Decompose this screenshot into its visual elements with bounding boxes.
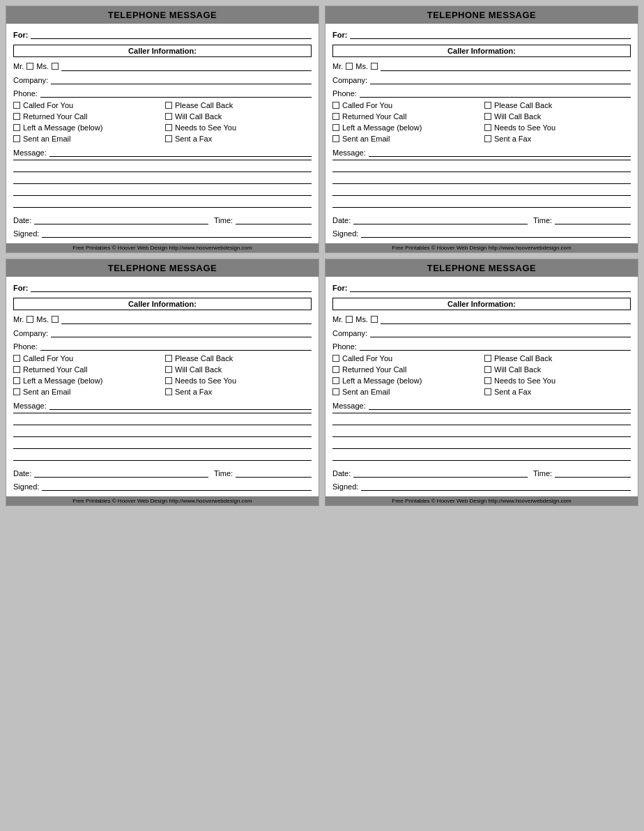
msg-line-1-4[interactable] [332, 413, 631, 413]
date-input-3[interactable] [34, 468, 208, 478]
signed-input-4[interactable] [361, 481, 631, 491]
checkbox-1-0[interactable] [13, 102, 20, 109]
checkbox-2-2[interactable] [332, 113, 339, 120]
name-input-4[interactable] [381, 314, 631, 324]
msg-line-5-4[interactable] [332, 460, 631, 461]
msg-line-5-2[interactable] [332, 207, 631, 208]
checkbox-2-3[interactable] [484, 113, 491, 120]
checkbox-4-7[interactable] [484, 388, 491, 395]
checkbox-label-4-7: Sent a Fax [494, 388, 531, 396]
mr-checkbox-1[interactable] [26, 63, 33, 70]
ms-checkbox-3[interactable] [52, 316, 59, 323]
company-label-4: Company: [332, 329, 367, 337]
mr-checkbox-4[interactable] [346, 316, 353, 323]
message-input-4[interactable] [369, 400, 631, 410]
msg-line-2-4[interactable] [332, 425, 631, 425]
checkbox-3-0[interactable] [13, 355, 20, 362]
msg-line-5-1[interactable] [13, 207, 312, 208]
checkbox-4-3[interactable] [484, 366, 491, 373]
checkbox-1-4[interactable] [13, 124, 20, 131]
checkbox-1-3[interactable] [165, 113, 172, 120]
checkbox-3-3[interactable] [165, 366, 172, 373]
checkbox-2-7[interactable] [484, 135, 491, 142]
checkbox-4-5[interactable] [484, 377, 491, 384]
company-input-4[interactable] [370, 328, 631, 337]
signed-row-4: Signed: [332, 481, 631, 491]
date-input-1[interactable] [34, 215, 208, 224]
checkbox-3-2[interactable] [13, 366, 20, 373]
ms-checkbox-1[interactable] [52, 63, 59, 70]
date-input-4[interactable] [353, 468, 528, 478]
phone-input-4[interactable] [360, 341, 631, 351]
msg-line-4-1[interactable] [13, 195, 312, 196]
checkbox-3-7[interactable] [165, 388, 172, 395]
for-input-3[interactable] [31, 282, 312, 292]
checkbox-label-3-0: Called For You [23, 354, 73, 363]
msg-line-3-2[interactable] [332, 183, 631, 184]
date-part-2: Date: [332, 215, 528, 224]
phone-input-3[interactable] [40, 341, 312, 351]
name-input-1[interactable] [61, 61, 312, 71]
time-input-2[interactable] [555, 215, 631, 224]
phone-input-1[interactable] [40, 88, 312, 98]
checkbox-1-2[interactable] [13, 113, 20, 120]
msg-line-4-4[interactable] [332, 448, 631, 449]
name-input-2[interactable] [381, 61, 631, 71]
for-input-4[interactable] [350, 282, 631, 292]
name-input-3[interactable] [61, 314, 312, 324]
date-input-2[interactable] [353, 215, 528, 224]
ms-checkbox-2[interactable] [371, 63, 378, 70]
msg-line-3-3[interactable] [13, 436, 312, 437]
message-input-3[interactable] [49, 400, 312, 410]
msg-line-2-3[interactable] [13, 425, 312, 425]
checkbox-3-1[interactable] [165, 355, 172, 362]
mr-checkbox-2[interactable] [346, 63, 353, 70]
checkbox-4-6[interactable] [332, 388, 339, 395]
checkbox-1-7[interactable] [165, 135, 172, 142]
checkbox-3-4[interactable] [13, 377, 20, 384]
msg-line-3-4[interactable] [332, 436, 631, 437]
checkbox-4-2[interactable] [332, 366, 339, 373]
msg-line-4-3[interactable] [13, 448, 312, 449]
checkbox-4-4[interactable] [332, 377, 339, 384]
checkbox-2-6[interactable] [332, 135, 339, 142]
checkbox-2-4[interactable] [332, 124, 339, 131]
msg-line-2-1[interactable] [13, 171, 312, 172]
msg-line-4-2[interactable] [332, 195, 631, 196]
time-input-3[interactable] [236, 468, 312, 478]
msg-line-2-2[interactable] [332, 171, 631, 172]
phone-row-3: Phone: [13, 341, 312, 351]
checkbox-1-6[interactable] [13, 135, 20, 142]
msg-line-1-3[interactable] [13, 413, 312, 413]
checkbox-3-6[interactable] [13, 388, 20, 395]
checkbox-3-5[interactable] [165, 377, 172, 384]
checkbox-2-0[interactable] [332, 102, 339, 109]
signed-input-3[interactable] [42, 481, 312, 491]
message-input-2[interactable] [369, 147, 631, 157]
for-input-2[interactable] [350, 29, 631, 39]
checkbox-item-4-7: Sent a Fax [484, 388, 631, 396]
for-input-1[interactable] [31, 29, 312, 39]
ms-checkbox-4[interactable] [371, 316, 378, 323]
date-part-1: Date: [13, 215, 208, 224]
time-input-1[interactable] [236, 215, 312, 224]
msg-line-3-1[interactable] [13, 183, 312, 184]
msg-line-5-3[interactable] [13, 460, 312, 461]
checkbox-4-0[interactable] [332, 355, 339, 362]
phone-input-2[interactable] [360, 88, 631, 98]
msg-line-1-2[interactable] [332, 160, 631, 160]
signed-input-2[interactable] [361, 228, 631, 238]
checkbox-2-1[interactable] [484, 102, 491, 109]
company-input-3[interactable] [51, 328, 312, 337]
msg-line-1-1[interactable] [13, 160, 312, 160]
mr-checkbox-3[interactable] [26, 316, 33, 323]
checkbox-4-1[interactable] [484, 355, 491, 362]
checkbox-2-5[interactable] [484, 124, 491, 131]
company-input-1[interactable] [51, 75, 312, 84]
message-input-1[interactable] [49, 147, 312, 157]
time-input-4[interactable] [555, 468, 631, 478]
checkbox-1-5[interactable] [165, 124, 172, 131]
signed-input-1[interactable] [42, 228, 312, 238]
company-input-2[interactable] [370, 75, 631, 84]
checkbox-1-1[interactable] [165, 102, 172, 109]
